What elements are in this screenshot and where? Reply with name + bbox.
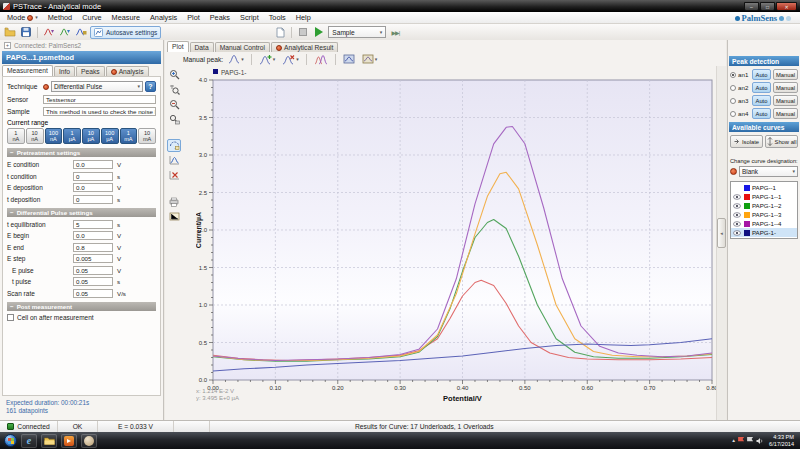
tab-plot[interactable]: Plot xyxy=(167,41,189,52)
print-plot-button[interactable] xyxy=(167,195,181,208)
collapse-icon[interactable]: − xyxy=(10,149,14,156)
param-input[interactable]: 0.005 xyxy=(73,254,113,263)
channel-radio-an4[interactable] xyxy=(730,111,736,117)
tab-measurement[interactable]: Measurement xyxy=(2,65,53,76)
curve-export-red-button[interactable] xyxy=(42,26,56,39)
curve-list-item[interactable]: PAPG--1 xyxy=(731,183,797,192)
param-input[interactable]: 0 xyxy=(73,172,113,181)
close-button[interactable]: ✕ xyxy=(776,2,797,11)
current-range-1µA[interactable]: 1µA xyxy=(63,128,81,144)
taskbar-mediaplayer-button[interactable] xyxy=(61,434,77,448)
manual-button-an3[interactable]: Manual xyxy=(773,95,798,106)
channel-radio-an3[interactable] xyxy=(730,98,736,104)
visibility-eye-icon[interactable] xyxy=(733,230,742,236)
collapse-icon[interactable]: − xyxy=(10,303,14,310)
menu-item-analysis[interactable]: Analysis xyxy=(145,13,182,22)
collapse-icon[interactable]: − xyxy=(10,209,14,216)
curve-list-item[interactable]: PAPG-1--1 xyxy=(731,192,797,201)
start-button[interactable] xyxy=(4,434,17,447)
auto-button-an3[interactable]: Auto xyxy=(752,95,771,106)
auto-button-an2[interactable]: Auto xyxy=(752,82,771,93)
visibility-eye-icon[interactable] xyxy=(733,212,742,218)
current-range-1mA[interactable]: 1mA xyxy=(120,128,138,144)
autosave-toggle[interactable]: Autosave settings xyxy=(90,26,161,39)
param-input[interactable]: 0.0 xyxy=(73,160,113,169)
menu-item-method[interactable]: Method xyxy=(43,13,77,22)
new-measurement-button[interactable] xyxy=(273,26,287,39)
visibility-eye-icon[interactable] xyxy=(733,221,742,227)
visibility-eye-icon[interactable] xyxy=(733,194,742,200)
param-input[interactable]: 0.0 xyxy=(73,231,113,240)
run-button[interactable] xyxy=(312,26,326,39)
zoom-in-button[interactable] xyxy=(167,68,181,81)
delete-peak-button[interactable]: ▾ xyxy=(280,53,301,65)
tab-peaks[interactable]: Peaks xyxy=(76,66,105,76)
action-center-icon[interactable] xyxy=(738,437,744,444)
current-range-10µA[interactable]: 10µA xyxy=(82,128,100,144)
param-input[interactable]: 5 xyxy=(73,220,113,229)
sensor-field[interactable]: Testsensor xyxy=(43,95,156,104)
sample-field[interactable]: This method is used to check the noise l… xyxy=(43,107,156,116)
menu-item-tools[interactable]: Tools xyxy=(264,13,291,22)
visibility-eye-icon[interactable] xyxy=(733,203,742,209)
menu-item-plot[interactable]: Plot xyxy=(182,13,205,22)
curve-save-blue-button[interactable] xyxy=(74,26,88,39)
manual-button-an4[interactable]: Manual xyxy=(773,108,798,119)
show-peaks-button[interactable] xyxy=(167,154,181,167)
connection-expand-button[interactable]: + xyxy=(4,42,11,49)
technique-help-button[interactable]: ? xyxy=(145,81,156,92)
clear-peaks-button[interactable] xyxy=(167,169,181,182)
cell-on-checkbox[interactable] xyxy=(7,314,14,321)
current-range-10mA[interactable]: 10mA xyxy=(138,128,156,144)
tab-data[interactable]: Data xyxy=(190,42,214,52)
stop-button[interactable] xyxy=(296,26,310,39)
voltammogram-chart[interactable]: 0.000.100.200.300.400.500.600.700.800.00… xyxy=(196,68,726,408)
maximize-button[interactable]: □ xyxy=(760,2,775,11)
find-peaks-button[interactable] xyxy=(312,53,330,65)
save-chart-button[interactable]: ▾ xyxy=(360,53,380,65)
taskbar-clock[interactable]: 4:33 PM 6/17/2014 xyxy=(769,434,796,447)
taskbar-explorer-button[interactable] xyxy=(41,434,57,448)
zoom-out-button[interactable] xyxy=(167,98,181,111)
manual-peak-button[interactable]: ▾ xyxy=(226,53,246,65)
measurement-type-select[interactable]: Sample ▾ xyxy=(328,26,386,38)
auto-button-an1[interactable]: Auto xyxy=(752,69,771,80)
param-input[interactable]: 0 xyxy=(73,195,113,204)
zoom-fit-button[interactable] xyxy=(167,83,181,96)
curve-list-item[interactable]: PAPG-1--2 xyxy=(731,201,797,210)
taskbar-app-button[interactable] xyxy=(81,434,97,448)
zoom-region-button[interactable] xyxy=(167,113,181,126)
minimize-button[interactable]: – xyxy=(744,2,759,11)
current-range-10nA[interactable]: 10nA xyxy=(26,128,44,144)
current-range-100nA[interactable]: 100nA xyxy=(45,128,63,144)
channel-radio-an1[interactable] xyxy=(730,72,736,78)
tab-info[interactable]: Info xyxy=(54,66,75,76)
copy-chart-button[interactable] xyxy=(341,53,357,65)
tab-manual-control[interactable]: Manual Control xyxy=(215,42,270,52)
show-all-button[interactable]: Show all xyxy=(765,135,798,148)
menu-item-measure[interactable]: Measure xyxy=(107,13,145,22)
menu-item-peaks[interactable]: Peaks xyxy=(205,13,235,22)
isolate-button[interactable]: Isolate xyxy=(730,135,763,148)
param-input[interactable]: 0.05 xyxy=(73,277,113,286)
current-range-1nA[interactable]: 1nA xyxy=(7,128,25,144)
taskbar-ie-button[interactable]: e xyxy=(21,434,37,448)
tab-analysis[interactable]: Analysis xyxy=(106,66,149,76)
auto-button-an4[interactable]: Auto xyxy=(752,108,771,119)
curve-list-item[interactable]: PAPG-1--3 xyxy=(731,210,797,219)
axes-settings-button[interactable] xyxy=(167,210,181,223)
channel-radio-an2[interactable] xyxy=(730,85,736,91)
skip-to-end-button[interactable]: ▶▶| xyxy=(388,26,402,39)
param-input[interactable]: 0.05 xyxy=(73,289,113,298)
param-input[interactable]: 0.05 xyxy=(73,266,113,275)
add-peak-button[interactable]: ▾ xyxy=(257,53,278,65)
panel-splitter[interactable]: ◂ xyxy=(716,66,726,420)
save-method-button[interactable] xyxy=(19,26,33,39)
manual-button-an2[interactable]: Manual xyxy=(773,82,798,93)
designation-select[interactable]: Blank ▾ xyxy=(739,166,798,177)
curve-list-item[interactable]: PAPG-1- xyxy=(731,228,797,237)
param-input[interactable]: 0.0 xyxy=(73,183,113,192)
open-method-button[interactable] xyxy=(3,26,17,39)
curve-import-green-button[interactable] xyxy=(58,26,72,39)
manual-button-an1[interactable]: Manual xyxy=(773,69,798,80)
